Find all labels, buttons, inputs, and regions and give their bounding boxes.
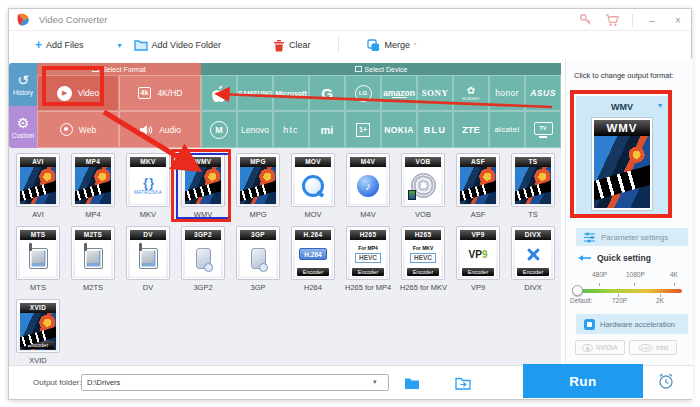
4k-tab-label: 4K/HD [157,88,182,98]
format-tile-h264[interactable]: H.264H.264Encoder H264 [290,226,336,292]
footer-bar: Output folder: ▾ Run [9,365,693,399]
slider-label-1080p: 1080P [626,271,645,278]
hardware-acceleration-button[interactable]: Hardware acceleration [576,314,688,334]
resolution-slider-track[interactable] [578,289,682,293]
format-tile-vp9[interactable]: VP9VP9Encoder VP9 [455,226,501,292]
format-dropdown-caret[interactable]: ▾ [658,101,662,110]
format-icon: VOB [401,153,445,207]
device-brand-google[interactable]: G [309,75,345,111]
format-tile-divx[interactable]: DIVXEncoder DIVX [510,226,556,292]
slider-tick [674,283,675,286]
intel-gpu-button[interactable]: intel Intel [629,340,677,355]
format-tile-m4v[interactable]: M4V♪ M4V [345,153,391,219]
device-brand-honor[interactable]: honor [489,75,525,111]
device-brand-htc[interactable]: htc [273,111,309,148]
device-brand-motorola[interactable]: M [201,111,237,148]
chip-icon [584,319,595,330]
output-folder-label: Output folder: [33,378,81,387]
device-brand-microsoft[interactable]: Microsoft [273,75,309,111]
output-folder-dropdown-caret[interactable]: ▾ [373,378,377,386]
nvidia-gpu-button[interactable]: ◉ NVIDIA [575,340,625,355]
format-icon: TS [511,153,555,207]
format-tile-asf[interactable]: ASF ASF [455,153,501,219]
toolbar-separator [338,37,339,53]
parameter-settings-button[interactable]: Parameter settings [576,228,688,246]
format-tile-h265-for-mp4[interactable]: H265For MP4HEVCEncoder H265 for MP4 [345,226,391,292]
add-files-button[interactable]: + Add Files [29,35,90,55]
open-folder-button[interactable] [454,375,472,391]
format-banner: H265 [350,230,386,240]
brand-label: mi [321,124,334,136]
device-header-icon [355,66,362,72]
register-key-icon[interactable] [579,13,593,27]
format-tab-web[interactable]: Web [37,111,119,148]
sidebar-tab-custom[interactable]: ⚙ Custom [9,106,37,148]
device-brand-huawei[interactable]: ✿ HUAWEI [453,75,489,111]
audio-tab-label: Audio [159,125,181,135]
format-tile-m2ts[interactable]: M2TS M2TS [70,226,116,292]
output-folder-input[interactable] [81,374,389,391]
device-brand-xiaomi[interactable]: mi [309,111,345,148]
device-brand-nokia[interactable]: NOKIA [381,111,417,148]
format-tile-vob[interactable]: VOB VOB [400,153,446,219]
browse-folder-button[interactable] [403,375,421,391]
device-brand-alcatel[interactable]: alcatel [489,111,525,148]
device-brand-zte[interactable]: ZTE [453,111,489,148]
format-label: M2TS [70,283,116,292]
format-tab-4k-hd[interactable]: 4k 4K/HD [119,75,201,111]
device-brand-oneplus[interactable]: 1+ [345,111,381,148]
device-brand-blu[interactable]: BLU [417,111,453,148]
resolution-slider-knob[interactable] [572,285,583,296]
format-tile-mkv[interactable]: MKV{ }MATROSKA MKV [125,153,171,219]
format-label: VP9 [455,283,501,292]
add-video-folder-button[interactable]: Add Video Folder [128,35,227,55]
format-tile-mts[interactable]: MTS MTS [15,226,61,292]
select-format-header: Select Format [37,63,201,75]
format-tile-mov[interactable]: MOV MOV [290,153,336,219]
device-brand-lenovo[interactable]: Lenovo [237,111,273,148]
device-brand-asus[interactable]: ASUS [525,75,561,111]
add-files-dropdown-caret[interactable]: ▾ [118,41,122,50]
format-label: H264 [290,283,336,292]
format-icon: XVIDEncoder [16,299,60,353]
sidebar-tab-history[interactable]: ↺ History [9,63,37,106]
format-tile-avi[interactable]: AVI AVI [15,153,61,219]
device-brand-tv[interactable]: TV [525,111,561,148]
format-tile-h265-for-mkv[interactable]: H265For MKVHEVCEncoder H265 for MKV [400,226,446,292]
close-button[interactable]: × [671,15,685,26]
device-brand-row-2: M Lenovo htc mi 1+ NOKIA BLU ZTE alcatel… [201,111,561,148]
format-icon: DIVXEncoder [511,226,555,280]
format-tile-3gp[interactable]: 3GP 3GP [235,226,281,292]
format-tile-mp4[interactable]: MP4 MP4 [70,153,116,219]
format-tile-wmv[interactable]: WMV WMV [180,153,226,219]
slider-label-4k: 4K [670,271,678,278]
format-tile-ts[interactable]: TS TS [510,153,556,219]
run-button[interactable]: Run [523,364,643,398]
app-logo-icon [16,12,31,27]
store-cart-icon[interactable] [605,13,620,27]
format-tab-audio[interactable]: Audio [119,111,201,148]
format-icon: DV [126,226,170,280]
device-brand-amazon[interactable]: amazon [381,75,417,111]
format-icon: VP9VP9Encoder [456,226,500,280]
format-label: M4V [345,210,391,219]
format-label: MTS [15,283,61,292]
format-tile-3gp2[interactable]: 3GP2 3GP2 [180,226,226,292]
format-tile-xvid[interactable]: XVIDEncoder XVID [15,299,61,365]
format-tile-mpg[interactable]: MPG MPG [235,153,281,219]
selected-output-format[interactable]: WMV ▾ WMV [576,96,668,216]
device-brand-samsung[interactable]: SAMSUNG [237,75,273,111]
minimize-button[interactable]: – [645,15,659,26]
schedule-clock-icon[interactable] [657,373,675,389]
device-brand-apple[interactable] [201,75,237,111]
device-brand-lg[interactable]: LG [345,75,381,111]
history-icon: ↺ [17,73,29,88]
format-tile-dv[interactable]: DV DV [125,226,171,292]
encoder-banner: Encoder [22,341,54,349]
format-tab-video[interactable]: ▶ Video [37,75,119,111]
device-brand-sony[interactable]: SONY [417,75,453,111]
merge-button[interactable]: Merge * [361,35,422,55]
matroska-label: MATROSKA [134,190,162,195]
format-banner: MOV [295,157,331,167]
clear-button[interactable]: Clear [267,35,317,55]
